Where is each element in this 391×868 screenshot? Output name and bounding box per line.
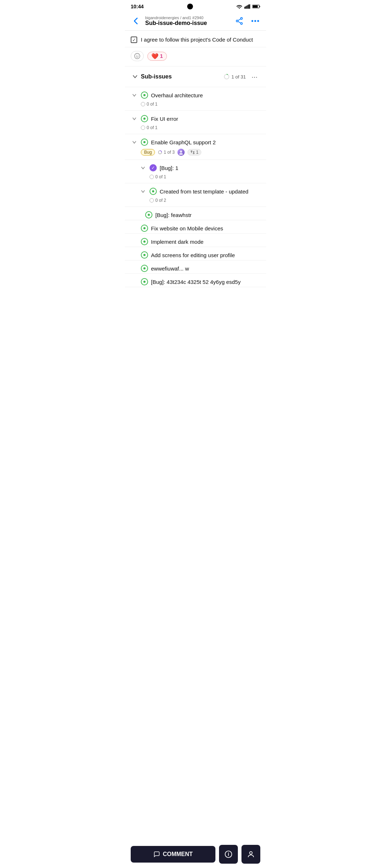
svg-point-19 — [224, 75, 229, 79]
issue-item-header: Created from test template - updated — [125, 183, 266, 196]
issue-item: [Bug]: 43t234c 4325t 52 4y6yg esd5y — [125, 274, 266, 287]
issue-meta: 0 of 1 — [125, 173, 266, 183]
svg-point-9 — [236, 20, 238, 22]
issue-status-open-icon — [141, 225, 148, 232]
svg-point-22 — [180, 150, 182, 153]
sub-progress-text: 0 of 1 — [155, 174, 166, 179]
issue-status-open-icon — [141, 251, 148, 259]
svg-point-13 — [252, 20, 253, 22]
issue-expand-button[interactable] — [131, 115, 138, 122]
sub-progress-circle — [141, 102, 145, 106]
issue-title: [Bug]: 43t234c 4325t 52 4y6yg esd5y — [151, 279, 260, 285]
issue-title: Fix UI error — [151, 116, 260, 122]
coc-section: I agree to follow this project's Code of… — [125, 31, 266, 47]
issue-title: [Bug]: 1 — [160, 165, 260, 171]
issue-item-indented: [Bug]: 1 0 of 1 — [125, 160, 266, 183]
issue-status-open-icon — [141, 92, 148, 99]
more-options-button[interactable] — [249, 14, 262, 27]
status-time: 10:44 — [131, 4, 144, 9]
svg-line-11 — [238, 19, 240, 21]
issue-item-header: Fix UI error — [125, 111, 266, 124]
issue-expand-button[interactable] — [131, 92, 138, 99]
svg-point-10 — [241, 23, 243, 25]
issue-status-open-icon — [150, 188, 157, 195]
coc-item: I agree to follow this project's Code of… — [131, 36, 260, 43]
svg-line-12 — [238, 21, 240, 23]
issue-item-header: Fix website on Mobile devices — [125, 220, 266, 233]
svg-point-8 — [241, 18, 243, 20]
issue-expand-button[interactable] — [139, 164, 147, 171]
issue-item-header: [Bug]: 43t234c 4325t 52 4y6yg esd5y — [125, 274, 266, 287]
coc-checkbox[interactable] — [131, 37, 137, 43]
issue-expand-button[interactable] — [131, 139, 138, 146]
back-button[interactable] — [129, 14, 142, 27]
sub-progress: 0 of 1 — [141, 102, 157, 107]
issue-item: Fix website on Mobile devices — [125, 220, 266, 234]
pr-badge[interactable]: 1 — [188, 149, 201, 156]
signal-icon — [244, 4, 250, 9]
svg-rect-0 — [244, 7, 245, 9]
sub-issues-toggle[interactable] — [131, 72, 139, 81]
svg-rect-4 — [249, 4, 250, 9]
share-button[interactable] — [233, 14, 246, 27]
issue-status-completed-icon — [150, 164, 157, 171]
header-title-block: bigandroidenergies / and1 #2940 Sub-issu… — [142, 16, 233, 26]
issue-item-header: Implement dark mode — [125, 234, 266, 247]
sub-progress: 0 of 1 — [150, 174, 166, 179]
issue-item: Fix UI error 0 of 1 — [125, 111, 266, 134]
svg-rect-6 — [259, 6, 260, 7]
issue-item-header: ewwefiuwaf... w — [125, 260, 266, 273]
sub-progress-text: 1 of 3 — [164, 150, 175, 155]
issue-status-open-icon — [141, 115, 148, 122]
pr-icon — [190, 150, 195, 154]
coc-text: I agree to follow this project's Code of… — [141, 36, 253, 43]
issue-item-header: Enable GraphQL support 2 — [125, 134, 266, 147]
svg-point-14 — [255, 20, 256, 22]
app-header: bigandroidenergies / and1 #2940 Sub-issu… — [125, 12, 266, 31]
status-bar: 10:44 — [125, 0, 266, 12]
sub-issues-count: 1 of 31 — [231, 74, 246, 80]
issue-meta: 0 of 2 — [125, 196, 266, 207]
svg-rect-7 — [253, 5, 258, 8]
repo-path: bigandroidenergies / and1 #2940 — [145, 16, 230, 20]
sub-progress-text: 0 of 1 — [147, 125, 157, 130]
label-bug[interactable]: Bug — [141, 149, 155, 156]
issue-item-header: Overhaul architecture — [125, 87, 266, 100]
sub-issues-title: Sub-issues — [141, 73, 224, 80]
sub-progress-text: 0 of 1 — [147, 102, 157, 107]
sub-progress: 0 of 1 — [141, 125, 157, 130]
assignee-avatar[interactable] — [177, 149, 185, 156]
svg-point-16 — [135, 54, 140, 59]
svg-point-17 — [136, 55, 137, 56]
add-reaction-button[interactable] — [131, 51, 144, 61]
sub-progress: 0 of 2 — [150, 198, 166, 203]
issue-item-header: [Bug]: feawhstr — [125, 207, 266, 220]
issue-title: Fix website on Mobile devices — [151, 225, 260, 231]
progress-icon — [224, 74, 230, 80]
sub-progress-circle — [141, 125, 145, 130]
issue-item: ewwefiuwaf... w — [125, 260, 266, 274]
issue-item-indented: Created from test template - updated 0 o… — [125, 183, 266, 207]
reaction-count: 1 — [160, 53, 163, 59]
issue-expand-button[interactable] — [139, 188, 147, 195]
issue-title: [Bug]: feawhstr — [155, 212, 260, 218]
svg-point-15 — [257, 20, 259, 22]
issue-status-open-icon — [141, 278, 148, 285]
wifi-icon — [236, 4, 242, 9]
svg-rect-3 — [248, 5, 249, 9]
header-actions — [233, 14, 262, 27]
issue-title: Add screens for editing user profile — [151, 252, 260, 258]
sub-issues-header[interactable]: Sub-issues 1 of 31 ··· — [125, 67, 266, 87]
reactions-row: ❤️ 1 — [125, 47, 266, 67]
camera-notch — [187, 4, 193, 9]
sub-progress: 1 of 3 — [158, 150, 175, 155]
svg-rect-1 — [245, 6, 247, 9]
heart-reaction[interactable]: ❤️ 1 — [147, 52, 167, 61]
svg-point-23 — [179, 153, 183, 155]
issue-title: Overhaul architecture — [151, 92, 260, 98]
page-title: Sub-issue-demo-issue — [145, 20, 230, 26]
sub-issues-more-button[interactable]: ··· — [249, 71, 260, 82]
issue-status-open-icon — [141, 238, 148, 245]
battery-icon — [252, 4, 260, 9]
issue-title: Created from test template - updated — [160, 188, 260, 195]
